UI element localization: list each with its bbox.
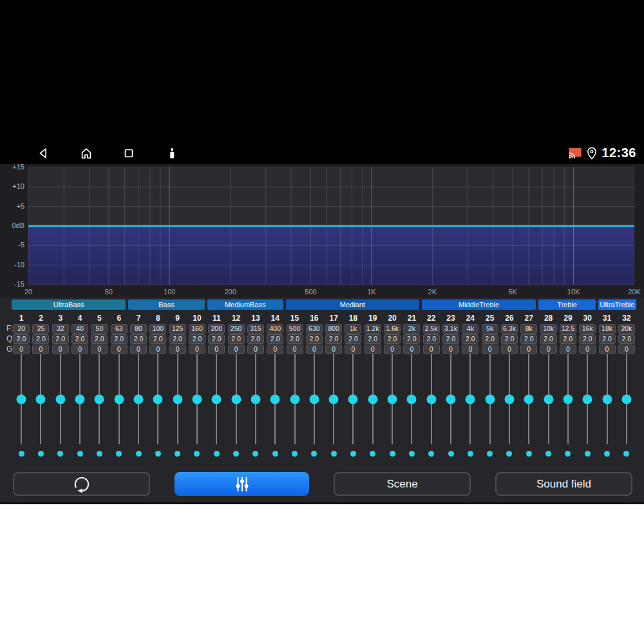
q-value[interactable]: 2.0 <box>403 334 420 344</box>
slider-knob[interactable] <box>329 395 339 404</box>
frequency-value[interactable]: 250 <box>228 324 245 334</box>
equalizer-button[interactable] <box>175 472 309 496</box>
q-value[interactable]: 2.0 <box>149 334 166 344</box>
q-value[interactable]: 2.0 <box>482 334 498 344</box>
q-value[interactable]: 2.0 <box>267 334 283 344</box>
slider-knob[interactable] <box>192 395 202 404</box>
band-indicator[interactable] <box>480 448 500 459</box>
gain-value[interactable]: 0 <box>287 345 303 354</box>
gain-value[interactable]: 0 <box>540 345 557 354</box>
q-value[interactable]: 2.0 <box>13 334 30 344</box>
q-value[interactable]: 2.0 <box>169 334 186 344</box>
gain-value[interactable]: 0 <box>325 345 342 354</box>
slider-knob[interactable] <box>95 395 104 404</box>
gain-value[interactable]: 0 <box>169 345 186 354</box>
gain-value[interactable]: 0 <box>384 345 401 354</box>
band-indicator[interactable] <box>500 448 519 459</box>
q-value[interactable]: 2.0 <box>442 334 459 344</box>
band-indicator[interactable] <box>70 448 90 459</box>
band-indicator[interactable] <box>129 448 148 459</box>
reset-button[interactable] <box>13 472 150 496</box>
band-group-bass[interactable]: Bass <box>128 299 204 310</box>
band-group-middletreble[interactable]: MiddleTreble <box>422 299 536 310</box>
gain-value[interactable]: 0 <box>306 345 323 354</box>
frequency-value[interactable]: 25 <box>32 324 49 334</box>
band-indicator[interactable] <box>12 448 31 459</box>
band-group-mediumbass[interactable]: MediumBass <box>207 299 283 310</box>
frequency-value[interactable]: 4k <box>462 324 478 334</box>
gain-value[interactable]: 0 <box>228 345 245 354</box>
q-value[interactable]: 2.0 <box>579 334 596 344</box>
gain-value[interactable]: 0 <box>149 345 166 354</box>
band-indicator[interactable] <box>285 448 304 459</box>
gain-value[interactable]: 0 <box>91 345 108 354</box>
gain-value[interactable]: 0 <box>52 345 69 354</box>
band-indicator[interactable] <box>226 448 245 459</box>
band-indicator[interactable] <box>207 448 226 459</box>
q-value[interactable]: 2.0 <box>71 334 88 344</box>
q-value[interactable]: 2.0 <box>365 334 381 344</box>
q-value[interactable]: 2.0 <box>560 334 576 344</box>
gain-value[interactable]: 0 <box>520 345 537 354</box>
q-value[interactable]: 2.0 <box>618 334 635 344</box>
frequency-value[interactable]: 5k <box>482 324 498 334</box>
frequency-value[interactable]: 630 <box>306 324 323 334</box>
q-value[interactable]: 2.0 <box>208 334 225 344</box>
band-indicator[interactable] <box>90 448 109 459</box>
slider-knob[interactable] <box>36 395 46 404</box>
gain-value[interactable]: 0 <box>442 345 459 354</box>
slider-knob[interactable] <box>621 395 631 404</box>
slider-knob[interactable] <box>368 395 377 404</box>
band-group-mediant[interactable]: Mediant <box>286 299 419 310</box>
frequency-value[interactable]: 100 <box>149 324 166 334</box>
gain-value[interactable]: 0 <box>579 345 596 354</box>
frequency-value[interactable]: 8k <box>520 324 537 334</box>
band-indicator[interactable] <box>441 448 460 459</box>
band-indicator[interactable] <box>187 448 207 459</box>
gain-value[interactable]: 0 <box>345 345 361 354</box>
frequency-value[interactable]: 3.1k <box>442 324 459 334</box>
frequency-value[interactable]: 125 <box>169 324 186 334</box>
frequency-value[interactable]: 2k <box>403 324 420 334</box>
slider-knob[interactable] <box>134 395 144 404</box>
gain-value[interactable]: 0 <box>560 345 576 354</box>
slider-knob[interactable] <box>290 395 299 404</box>
band-indicator[interactable] <box>324 448 343 459</box>
frequency-value[interactable]: 2.5k <box>423 324 440 334</box>
slider-knob[interactable] <box>348 395 358 404</box>
frequency-value[interactable]: 6.3k <box>501 324 518 334</box>
q-value[interactable]: 2.0 <box>540 334 557 344</box>
q-value[interactable]: 2.0 <box>247 334 264 344</box>
q-value[interactable]: 2.0 <box>111 334 128 344</box>
frequency-value[interactable]: 500 <box>287 324 303 334</box>
home-icon[interactable] <box>79 146 93 160</box>
slider-knob[interactable] <box>485 395 495 404</box>
band-indicator[interactable] <box>519 448 538 459</box>
band-indicator[interactable] <box>422 448 441 459</box>
q-value[interactable]: 2.0 <box>228 334 245 344</box>
frequency-value[interactable]: 1.2k <box>365 324 381 334</box>
slider-knob[interactable] <box>270 395 280 404</box>
scene-button[interactable]: Scene <box>334 472 471 496</box>
frequency-value[interactable]: 63 <box>111 324 128 334</box>
gain-value[interactable]: 0 <box>71 345 88 354</box>
q-value[interactable]: 2.0 <box>345 334 361 344</box>
gain-value[interactable]: 0 <box>501 345 518 354</box>
band-indicator[interactable] <box>246 448 265 459</box>
slider-knob[interactable] <box>231 395 241 404</box>
band-indicator[interactable] <box>597 448 616 459</box>
q-value[interactable]: 2.0 <box>52 334 69 344</box>
band-indicator[interactable] <box>538 448 558 459</box>
q-value[interactable]: 2.0 <box>306 334 323 344</box>
gain-value[interactable]: 0 <box>247 345 264 354</box>
q-value[interactable]: 2.0 <box>325 334 342 344</box>
slider-knob[interactable] <box>602 395 612 404</box>
gain-value[interactable]: 0 <box>423 345 440 354</box>
band-indicator[interactable] <box>402 448 421 459</box>
q-value[interactable]: 2.0 <box>130 334 147 344</box>
frequency-value[interactable]: 16k <box>579 324 596 334</box>
slider-knob[interactable] <box>309 395 319 404</box>
gain-value[interactable]: 0 <box>208 345 225 354</box>
band-group-treble[interactable]: Treble <box>538 299 596 310</box>
frequency-value[interactable]: 200 <box>208 324 225 334</box>
